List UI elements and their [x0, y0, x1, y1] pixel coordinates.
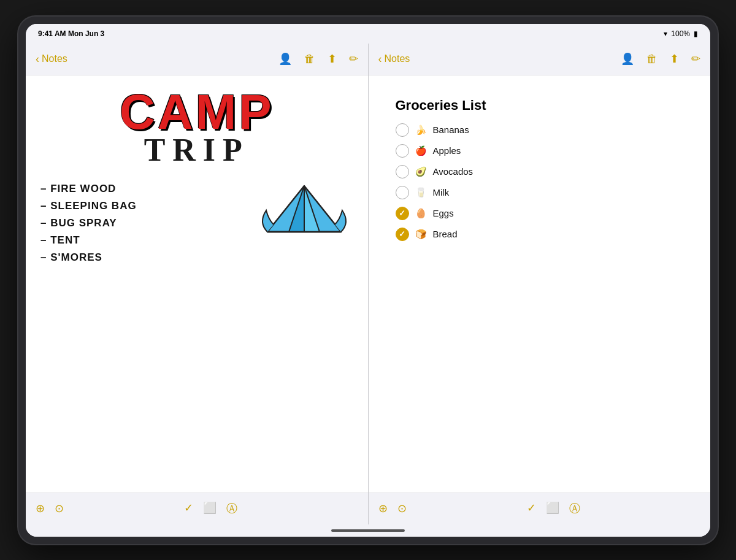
- left-person-icon[interactable]: 👤: [278, 52, 292, 66]
- check-apples[interactable]: [396, 144, 409, 158]
- camp-title: CAMP TRIP: [40, 88, 353, 168]
- left-share-icon[interactable]: ⬆: [328, 52, 337, 66]
- check-bread[interactable]: [396, 228, 409, 241]
- status-time: 9:41 AM Mon Jun 3: [38, 29, 104, 38]
- check-bananas[interactable]: [396, 123, 409, 137]
- left-toolbar: ‹ Notes 👤 🗑 ⬆ ✏: [26, 44, 368, 75]
- right-bottom-toolbar: ⊕ ⊙ ✓ ⬜ Ⓐ: [369, 493, 711, 524]
- list-item: – S'MORES: [40, 251, 243, 264]
- split-view: ‹ Notes 👤 🗑 ⬆ ✏ CAMP TRIP: [26, 44, 710, 524]
- grocery-list: 🍌 Bananas 🍎 Apples 🥑 Avocados: [383, 120, 696, 245]
- status-bar: 9:41 AM Mon Jun 3 ▾ 100% ▮: [26, 24, 710, 44]
- list-item: – BUG SPRAY: [40, 217, 243, 229]
- label-avocados: Avocados: [433, 166, 473, 177]
- ipad-screen: 9:41 AM Mon Jun 3 ▾ 100% ▮ ‹ Notes 👤: [26, 24, 710, 537]
- left-pane: ‹ Notes 👤 🗑 ⬆ ✏ CAMP TRIP: [26, 44, 369, 524]
- grocery-item-bread: 🍞 Bread: [396, 224, 684, 245]
- status-right: ▾ 100% ▮: [664, 29, 698, 38]
- list-item: – FIRE WOOD: [40, 183, 243, 195]
- check-eggs[interactable]: [396, 207, 409, 220]
- label-bananas: Bananas: [433, 125, 469, 135]
- right-pane: ‹ Notes 👤 🗑 ⬆ ✏ Groceries List: [369, 44, 711, 524]
- emoji-avocados: 🥑: [415, 166, 427, 177]
- left-markup-icon[interactable]: Ⓐ: [226, 501, 237, 516]
- right-chevron-icon: ‹: [378, 53, 382, 66]
- battery-icon: ▮: [694, 29, 698, 38]
- right-markup-icon[interactable]: Ⓐ: [569, 501, 580, 516]
- left-add-icon[interactable]: ⊕: [36, 502, 45, 515]
- right-camera-icon[interactable]: ⬜: [546, 501, 559, 516]
- left-check-icon[interactable]: ✓: [184, 501, 193, 516]
- left-bottom-left: ⊕ ⊙: [36, 502, 64, 515]
- right-person-icon[interactable]: 👤: [621, 52, 634, 66]
- emoji-bananas: 🍌: [415, 125, 427, 136]
- right-trash-icon[interactable]: 🗑: [646, 53, 657, 66]
- label-milk: Milk: [433, 187, 450, 198]
- right-edit-icon[interactable]: ✏: [691, 52, 700, 66]
- checklist-area: – FIRE WOOD – SLEEPING BAG – BUG SPRAY –…: [40, 183, 353, 269]
- check-avocados[interactable]: [396, 165, 409, 178]
- left-trash-icon[interactable]: 🗑: [304, 53, 315, 66]
- left-chevron-icon: ‹: [36, 53, 39, 66]
- right-back-label: Notes: [385, 53, 410, 64]
- ipad-frame: 9:41 AM Mon Jun 3 ▾ 100% ▮ ‹ Notes 👤: [18, 17, 718, 544]
- grocery-item-apples: 🍎 Apples: [396, 140, 684, 161]
- label-bread: Bread: [433, 229, 458, 239]
- left-toolbar-actions: 👤 🗑 ⬆ ✏: [278, 52, 358, 66]
- right-share-icon[interactable]: ⬆: [670, 52, 679, 66]
- home-bar: [331, 529, 405, 532]
- grocery-item-bananas: 🍌 Bananas: [396, 120, 684, 140]
- label-apples: Apples: [433, 145, 461, 156]
- left-back-button[interactable]: ‹ Notes: [36, 53, 67, 66]
- right-toolbar: ‹ Notes 👤 🗑 ⬆ ✏: [369, 44, 711, 75]
- left-bottom-toolbar: ⊕ ⊙ ✓ ⬜ Ⓐ: [26, 493, 368, 524]
- home-bar-area: [26, 524, 710, 537]
- right-note-content: Groceries List 🍌 Bananas 🍎 Apples: [369, 75, 711, 493]
- groceries-title: Groceries List: [383, 88, 696, 120]
- grocery-item-milk: 🥛 Milk: [396, 182, 684, 203]
- checklist-items: – FIRE WOOD – SLEEPING BAG – BUG SPRAY –…: [40, 183, 243, 269]
- emoji-milk: 🥛: [415, 187, 427, 198]
- wifi-icon: ▾: [664, 29, 667, 38]
- camp-text: CAMP: [40, 88, 353, 137]
- label-eggs: Eggs: [433, 208, 454, 218]
- tent-drawing: [255, 177, 353, 250]
- right-back-button[interactable]: ‹ Notes: [378, 53, 410, 66]
- left-bottom-center: ✓ ⬜ Ⓐ: [184, 501, 237, 516]
- check-milk[interactable]: [396, 186, 409, 199]
- right-bottom-center: ✓ ⬜ Ⓐ: [527, 501, 580, 516]
- list-item: – TENT: [40, 234, 243, 247]
- left-undo-icon[interactable]: ⊙: [55, 502, 64, 515]
- battery-text: 100%: [671, 29, 690, 38]
- right-undo-icon[interactable]: ⊙: [397, 502, 407, 515]
- left-edit-icon[interactable]: ✏: [349, 52, 358, 66]
- right-toolbar-actions: 👤 🗑 ⬆ ✏: [621, 52, 700, 66]
- list-item: – SLEEPING BAG: [40, 200, 243, 212]
- right-check-icon[interactable]: ✓: [527, 501, 536, 516]
- left-note-content: CAMP TRIP – FIRE WOOD – SLEEPING BAG – B…: [26, 75, 368, 493]
- emoji-apples: 🍎: [415, 145, 427, 156]
- emoji-eggs: 🥚: [415, 208, 427, 219]
- right-add-icon[interactable]: ⊕: [378, 502, 388, 515]
- grocery-item-avocados: 🥑 Avocados: [396, 161, 684, 182]
- right-bottom-left: ⊕ ⊙: [378, 502, 407, 515]
- left-back-label: Notes: [42, 53, 67, 64]
- grocery-item-eggs: 🥚 Eggs: [396, 203, 684, 224]
- left-camera-icon[interactable]: ⬜: [203, 501, 217, 516]
- emoji-bread: 🍞: [415, 229, 427, 240]
- trip-text: TRIP: [40, 132, 353, 168]
